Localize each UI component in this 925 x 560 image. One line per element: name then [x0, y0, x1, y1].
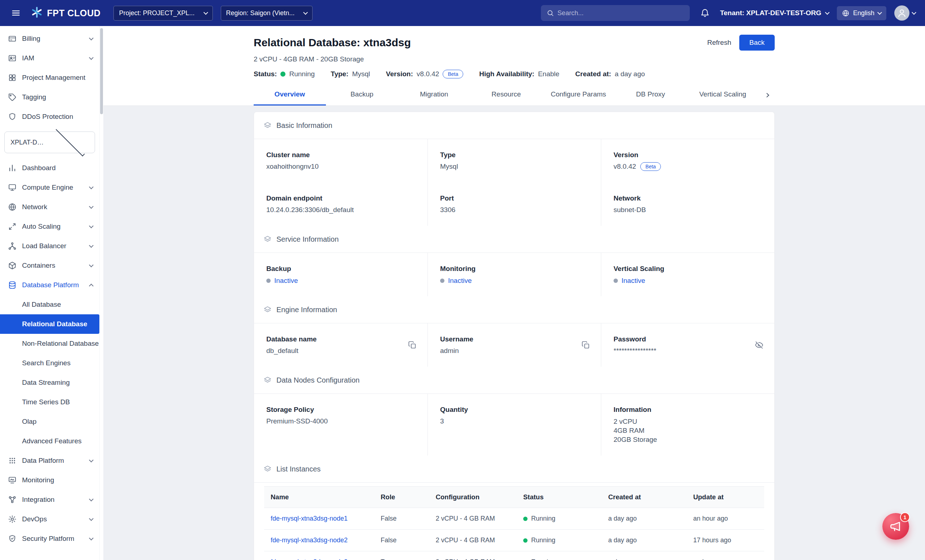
sidebar-subitem-time-series-db[interactable]: Time Series DB: [0, 392, 99, 412]
sidebar: Billing IAM Project Management Tagging D…: [0, 26, 99, 560]
meta-high-availability: High Availability: Enable: [479, 69, 559, 79]
layers-section-icon: [264, 465, 272, 473]
monitoring-status-link[interactable]: Inactive: [448, 277, 472, 285]
menu-icon[interactable]: [9, 6, 23, 20]
floor-scope-select[interactable]: XPLAT-DEV-TEST-FLOOR...: [5, 131, 95, 153]
meta-version: Version: v8.0.42 Beta: [386, 69, 463, 79]
fpt-cloud-logo[interactable]: FPT CLOUD: [30, 6, 101, 20]
sidebar-subitem-advanced-features[interactable]: Advanced Features: [0, 431, 99, 451]
status-dot-inactive: [613, 278, 618, 283]
sidebar-item-database-platform[interactable]: Database Platform: [0, 275, 99, 295]
tab-overview[interactable]: Overview: [254, 84, 326, 105]
devops-icon: [8, 515, 17, 524]
backup-status-link[interactable]: Inactive: [274, 277, 298, 285]
sidebar-item-network[interactable]: Network: [0, 197, 99, 217]
scrollbar-thumb[interactable]: [100, 28, 103, 114]
dashboard-icon: [8, 164, 17, 172]
copy-icon[interactable]: [582, 341, 590, 349]
sidebar-item-containers[interactable]: Containers: [0, 256, 99, 275]
tab-resource[interactable]: Resource: [470, 84, 542, 105]
sidebar-item-data-platform[interactable]: Data Platform: [0, 451, 99, 470]
sidebar-item-iam[interactable]: IAM: [0, 48, 99, 68]
network-icon: [8, 203, 17, 211]
col-role: Role: [374, 487, 429, 508]
layers-section-icon: [264, 121, 272, 130]
instance-status: Running: [531, 515, 555, 522]
chevron-down-icon: [877, 10, 882, 15]
tabs-overflow-right-icon[interactable]: [759, 84, 775, 105]
instance-created: a day ago: [602, 551, 687, 560]
megaphone-icon: [889, 520, 902, 533]
copy-icon[interactable]: [408, 341, 417, 349]
instance-role: True: [374, 551, 429, 560]
announcement-fab[interactable]: 1: [882, 513, 909, 540]
field-port: Port 3306: [428, 182, 601, 226]
search-box[interactable]: [541, 5, 690, 21]
meta-created-at: Created at: a day ago: [575, 69, 645, 79]
field-storage-policy: Storage Policy Premium-SSD-4000: [254, 394, 428, 456]
sidebar-item-security-platform[interactable]: Security Platform: [0, 529, 99, 548]
search-input[interactable]: [557, 9, 684, 17]
field-cluster-name: Cluster name xoahoithongnv10: [254, 139, 428, 182]
tab-vertical-scaling[interactable]: Vertical Scaling: [687, 84, 759, 105]
sidebar-subitem-olap[interactable]: Olap: [0, 412, 99, 431]
sidebar-subitem-non-relational-database[interactable]: Non-Relational Database: [0, 334, 99, 353]
region-select[interactable]: Region: Saigon (Vietn...: [221, 6, 313, 21]
sidebar-item-project-management[interactable]: Project Management: [0, 68, 99, 87]
overview-card: Basic Information Cluster name xoahoitho…: [254, 111, 775, 560]
sidebar-subitem-relational-database[interactable]: Relational Database: [0, 314, 99, 334]
section-engine-information: Engine Information Database name db_defa…: [254, 296, 774, 367]
chevron-down-icon: [911, 10, 916, 15]
sidebar-item-billing[interactable]: Billing: [0, 29, 99, 48]
db-meta-row: Status: Running Type: Mysql Version: v8.…: [254, 69, 775, 79]
tab-migration[interactable]: Migration: [398, 84, 470, 105]
sidebar-item-auto-scaling[interactable]: Auto Scaling: [0, 217, 99, 236]
refresh-button[interactable]: Refresh: [707, 39, 731, 47]
sidebar-item-dashboard[interactable]: Dashboard: [0, 158, 99, 178]
sidebar-subitem-search-engines[interactable]: Search Engines: [0, 353, 99, 373]
eye-off-icon[interactable]: [755, 341, 764, 349]
tab-db-proxy[interactable]: DB Proxy: [615, 84, 687, 105]
vertical-scaling-status-link[interactable]: Inactive: [622, 277, 645, 285]
sidebar-subitem-data-streaming[interactable]: Data Streaming: [0, 373, 99, 392]
instance-name-link[interactable]: fde-mysql-xtna3dsg-node3: [271, 558, 348, 560]
chevron-down-icon: [89, 185, 93, 189]
project-select[interactable]: Project: PROJECT_XPL...: [113, 6, 212, 21]
chevron-up-icon: [89, 284, 93, 288]
tab-backup[interactable]: Backup: [326, 84, 398, 105]
project-management-icon: [8, 73, 17, 82]
notification-bell-icon[interactable]: [698, 6, 712, 20]
integration-icon: [8, 495, 17, 504]
back-button[interactable]: Back: [739, 35, 775, 51]
chevron-down-icon: [89, 36, 93, 41]
instance-role: False: [374, 508, 429, 530]
language-select[interactable]: English: [837, 6, 886, 20]
billing-icon: [8, 34, 17, 43]
layers-section-icon: [264, 306, 272, 314]
field-quantity: Quantity 3: [428, 394, 601, 456]
instance-name-link[interactable]: fde-mysql-xtna3dsg-node1: [271, 515, 348, 522]
sidebar-item-integration[interactable]: Integration: [0, 490, 99, 509]
user-menu[interactable]: [894, 5, 916, 21]
sidebar-item-tagging[interactable]: Tagging: [0, 87, 99, 107]
tab-configure-params[interactable]: Configure Params: [542, 84, 615, 105]
status-dot-inactive: [440, 278, 444, 283]
sidebar-item-load-balancer[interactable]: Load Balancer: [0, 236, 99, 256]
sidebar-scrollbar[interactable]: [99, 26, 103, 560]
section-header-list-instances: List Instances: [254, 456, 774, 483]
sidebar-item-ddos-protection[interactable]: DDoS Protection: [0, 107, 99, 126]
chevron-down-icon: [89, 204, 93, 209]
sidebar-item-devops[interactable]: DevOps: [0, 509, 99, 529]
col-name: Name: [264, 487, 374, 508]
sidebar-item-compute-engine[interactable]: Compute Engine: [0, 178, 99, 197]
field-type: Type Mysql: [428, 139, 601, 182]
status-dot-running: [280, 72, 285, 77]
sidebar-item-monitoring[interactable]: Monitoring: [0, 470, 99, 490]
iam-icon: [8, 54, 17, 63]
section-header-basic: Basic Information: [254, 112, 774, 139]
col-configuration: Configuration: [429, 487, 517, 508]
tenant-select[interactable]: Tenant: XPLAT-DEV-TEST-ORG: [720, 9, 829, 17]
database-icon: [8, 281, 17, 289]
instance-name-link[interactable]: fde-mysql-xtna3dsg-node2: [271, 536, 348, 544]
sidebar-subitem-all-database[interactable]: All Database: [0, 295, 99, 314]
